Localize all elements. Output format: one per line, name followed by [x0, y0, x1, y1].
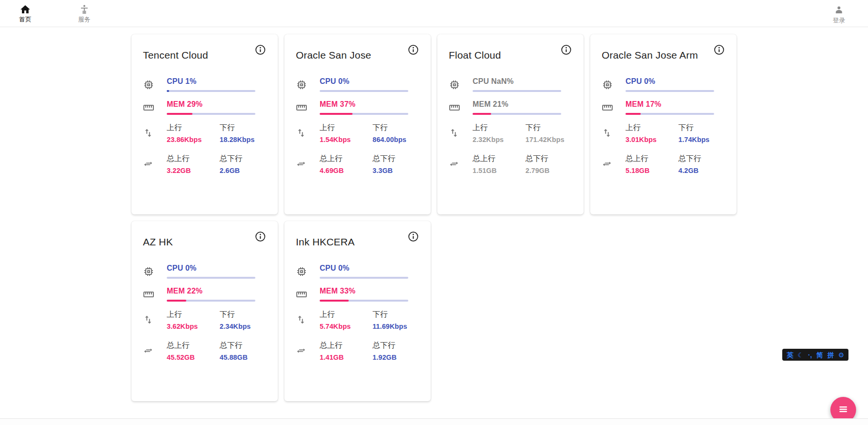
download-speed-cell: 下行 864.00bps — [373, 123, 419, 143]
upload-label: 上行 — [473, 123, 525, 133]
ime-fullwidth-moon-icon[interactable]: ☾ — [797, 352, 804, 358]
total-download-label: 总下行 — [373, 154, 419, 164]
card-stats: CPU NaN% MEM 21% — [449, 77, 572, 174]
download-speed-value: 11.69Kbps — [373, 323, 419, 330]
cpu-progress-track — [320, 90, 408, 92]
server-name: Float Cloud — [449, 50, 501, 61]
mem-usage-text: MEM 33% — [320, 287, 419, 295]
total-download-cell: 总下行 2.6GB — [220, 154, 266, 174]
upload-speed-value: 23.86Kbps — [167, 136, 220, 143]
total-download-value: 45.88GB — [220, 354, 266, 361]
server-card: AZ HK CPU 0% — [131, 221, 278, 401]
ime-pinyin-method[interactable]: 拼 — [827, 352, 834, 358]
info-icon[interactable] — [560, 44, 572, 57]
info-icon[interactable] — [254, 44, 266, 57]
upload-label: 上行 — [320, 123, 373, 133]
traffic-total-row: 总上行 3.22GB 总下行 2.6GB — [143, 154, 266, 174]
ime-simplified-chinese[interactable]: 简 — [816, 352, 823, 358]
network-speed-row: 上行 2.32Kbps 下行 171.42Kbps — [449, 123, 572, 143]
mem-progress-track — [167, 113, 255, 115]
nav-item-services[interactable]: 服务 — [75, 2, 93, 25]
total-download-cell: 总下行 2.79GB — [525, 154, 572, 174]
info-icon[interactable] — [407, 231, 419, 244]
upload-speed-cell: 上行 5.74Kbps — [320, 310, 373, 330]
mem-row: MEM 29% — [143, 100, 266, 115]
network-speed-row: 上行 3.62Kbps 下行 2.34Kbps — [143, 310, 266, 330]
ruler-memory-icon — [449, 102, 460, 113]
swap-vertical-icon — [602, 128, 613, 139]
cpu-progress-track — [626, 90, 714, 92]
card-stats: CPU 0% MEM 17% — [602, 77, 725, 174]
cpu-row: CPU 0% — [296, 264, 419, 279]
ruler-memory-icon — [296, 102, 307, 113]
total-upload-cell: 总上行 1.51GB — [473, 154, 525, 174]
cpu-usage-text: CPU 0% — [320, 264, 419, 273]
server-name: Tencent Cloud — [143, 50, 208, 61]
ime-language-english[interactable]: 英 — [787, 352, 793, 358]
mem-progress-fill — [320, 113, 353, 115]
card-header: Oracle San Jose Arm — [602, 43, 725, 61]
download-label: 下行 — [525, 123, 572, 133]
info-icon[interactable] — [407, 44, 419, 57]
mem-progress-track — [167, 300, 255, 302]
total-download-cell: 总下行 3.3GB — [373, 154, 419, 174]
total-download-cell: 总下行 45.88GB — [220, 341, 266, 361]
cpu-usage-text: CPU 1% — [167, 77, 266, 86]
swap-vertical-icon — [296, 314, 307, 326]
info-icon[interactable] — [254, 231, 266, 244]
network-speed-row: 上行 3.01Kbps 下行 1.74Kbps — [602, 123, 725, 143]
upload-label: 上行 — [626, 123, 678, 133]
cpu-chip-icon — [296, 266, 307, 277]
ime-punctuation-toggle[interactable]: ·, — [808, 352, 812, 358]
card-stats: CPU 0% MEM 22% — [143, 264, 266, 361]
cpu-usage-text: CPU 0% — [320, 77, 419, 86]
swap-horizontal-icon — [449, 159, 460, 170]
mem-usage-text: MEM 17% — [626, 100, 725, 109]
upload-speed-cell: 上行 3.62Kbps — [167, 310, 220, 330]
cpu-chip-icon — [602, 79, 613, 91]
upload-label: 上行 — [320, 310, 373, 320]
nav-item-home[interactable]: 首页 — [16, 2, 34, 25]
total-download-value: 1.92GB — [373, 354, 419, 361]
swap-horizontal-icon — [143, 159, 154, 170]
upload-label: 上行 — [167, 310, 220, 320]
total-upload-cell: 总上行 45.52GB — [167, 341, 220, 361]
mem-progress-fill — [320, 300, 349, 302]
download-speed-value: 1.74Kbps — [678, 136, 725, 143]
cpu-row: CPU NaN% — [449, 77, 572, 92]
total-upload-value: 45.52GB — [167, 354, 220, 361]
server-card: Ink HKCERA CPU 0% — [284, 221, 431, 401]
ime-status-bar: 英☾·,简拼⚙ — [782, 349, 848, 361]
mem-row: MEM 21% — [449, 100, 572, 115]
mem-row: MEM 17% — [602, 100, 725, 115]
mem-row: MEM 22% — [143, 287, 266, 302]
upload-label: 上行 — [167, 123, 220, 133]
info-icon[interactable] — [713, 44, 725, 57]
mem-progress-fill — [167, 300, 186, 302]
upload-speed-cell: 上行 2.32Kbps — [473, 123, 525, 143]
total-upload-label: 总上行 — [473, 154, 525, 164]
ruler-memory-icon — [602, 102, 613, 113]
card-header: Oracle San Jose — [296, 43, 419, 61]
server-card: Float Cloud CPU NaN% — [437, 34, 584, 214]
download-speed-cell: 下行 1.74Kbps — [678, 123, 725, 143]
cpu-row: CPU 0% — [296, 77, 419, 92]
swap-vertical-icon — [143, 128, 154, 139]
server-grid: Tencent Cloud CPU 1% — [131, 34, 737, 401]
upload-speed-cell: 上行 1.54Kbps — [320, 123, 373, 143]
cpu-usage-text: CPU NaN% — [473, 77, 572, 86]
swap-horizontal-icon — [143, 345, 154, 357]
total-upload-cell: 总上行 4.69GB — [320, 154, 373, 174]
cpu-usage-text: CPU 0% — [626, 77, 725, 86]
total-download-label: 总下行 — [220, 341, 266, 351]
card-header: Tencent Cloud — [143, 43, 266, 61]
nav-item-login[interactable]: 登录 — [830, 3, 848, 26]
total-download-cell: 总下行 1.92GB — [373, 341, 419, 361]
total-upload-cell: 总上行 3.22GB — [167, 154, 220, 174]
upload-speed-value: 3.01Kbps — [626, 136, 678, 143]
cpu-progress-fill — [167, 90, 169, 92]
ime-settings-gear-icon[interactable]: ⚙ — [838, 352, 844, 358]
download-speed-value: 2.34Kbps — [220, 323, 266, 330]
traffic-total-row: 总上行 45.52GB 总下行 45.88GB — [143, 341, 266, 361]
server-name: Oracle San Jose Arm — [602, 50, 698, 61]
